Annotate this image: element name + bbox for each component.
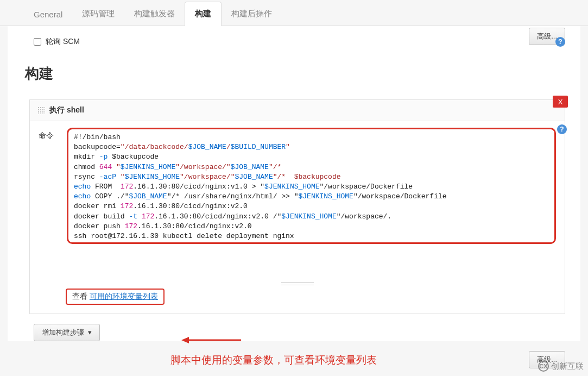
- annotation-text: 脚本中使用的变量参数，可查看环境变量列表: [170, 353, 377, 367]
- watermark-text: 创新互联: [551, 361, 584, 372]
- config-tabs: General 源码管理 构建触发器 构建 构建后操作: [0, 0, 588, 26]
- tab-postbuild[interactable]: 构建后操作: [222, 2, 282, 26]
- add-build-step-dropdown[interactable]: 增加构建步骤 ▾: [34, 324, 100, 341]
- tab-build[interactable]: 构建: [185, 2, 222, 26]
- env-vars-link[interactable]: 可用的环境变量列表: [90, 292, 158, 300]
- delete-step-button[interactable]: X: [553, 96, 568, 108]
- watermark-logo-icon: CX: [538, 361, 549, 372]
- main-content: 高级... 轮询 SCM ? 构建 X 执行 shell ? 命令 #!/bin…: [8, 26, 580, 341]
- env-vars-link-box: 查看 可用的环境变量列表: [66, 289, 165, 305]
- section-title-build: 构建: [25, 54, 565, 90]
- help-icon[interactable]: ?: [557, 124, 567, 134]
- tab-general[interactable]: General: [24, 3, 72, 26]
- env-link-prefix: 查看: [72, 292, 90, 300]
- help-icon[interactable]: ?: [555, 37, 565, 47]
- poll-scm-row: 轮询 SCM ?: [29, 26, 565, 54]
- tab-scm[interactable]: 源码管理: [72, 2, 124, 26]
- resize-handle[interactable]: [281, 282, 314, 285]
- svg-marker-1: [181, 337, 189, 343]
- watermark: CX 创新互联: [538, 361, 584, 372]
- step-title: 执行 shell: [49, 105, 84, 115]
- tab-triggers[interactable]: 构建触发器: [124, 2, 185, 26]
- poll-scm-checkbox[interactable]: [34, 38, 41, 46]
- annotation-arrow-icon: [181, 335, 241, 346]
- command-textarea[interactable]: #!/bin/bash backupcode="/data/backcode/$…: [67, 128, 556, 244]
- build-step-shell: X 执行 shell ? 命令 #!/bin/bash backupcode="…: [29, 99, 565, 314]
- drag-grip-icon[interactable]: [37, 106, 45, 114]
- poll-scm-label: 轮询 SCM: [46, 37, 80, 47]
- step-header[interactable]: 执行 shell: [30, 100, 565, 121]
- command-label: 命令: [39, 128, 60, 141]
